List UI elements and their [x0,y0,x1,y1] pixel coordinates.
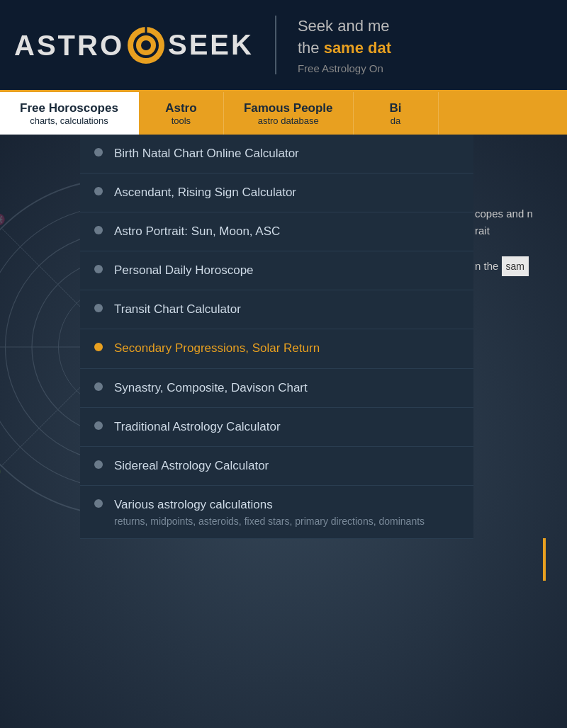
bullet-icon [94,499,103,508]
nav-famous-people[interactable]: Famous People astro database [224,92,354,135]
menu-item-transit-chart[interactable]: Transit Chart Calculator [80,290,473,329]
logo-seek: SEEK [168,29,254,61]
menu-item-label: Secondary Progressions, Solar Return [114,341,320,356]
menu-item-label: Sidereal Astrology Calculator [114,458,269,474]
nav-free-horoscopes[interactable]: Free Horoscopes charts, calculations [0,92,139,135]
nav-sub-horoscopes: charts, calculations [30,115,108,126]
right-line1: copes and n [475,205,567,222]
menu-item-label: Synastry, Composite, Davison Chart [114,380,308,396]
menu-item-astro-portrait[interactable]: Astro Portrait: Sun, Moon, ASC [80,212,473,251]
svg-text:♍: ♍ [0,465,1,478]
menu-item-ascendant[interactable]: Ascendant, Rising Sign Calculator [80,174,473,212]
logo-icon [126,25,166,65]
logo[interactable]: ASTRO SEEK [14,25,254,65]
bullet-active-icon [94,343,103,351]
menu-item-label: Traditional Astrology Calculator [114,419,281,435]
svg-text:♓: ♓ [0,213,6,226]
menu-item-traditional[interactable]: Traditional Astrology Calculator [80,408,473,447]
bullet-icon [94,460,103,469]
nav-label-famous: Famous People [244,101,333,115]
orange-accent-bar [543,538,546,581]
menu-item-birth-natal[interactable]: Birth Natal Chart Online Calculator [80,135,473,174]
nav-sub-birth: da [391,115,400,126]
header-subtitle: Free Astrology On [298,62,391,74]
menu-item-sublabel: returns, midpoints, asteroids, fixed sta… [114,516,425,527]
dropdown-menu: Birth Natal Chart Online Calculator Asce… [80,135,473,539]
menu-item-label: Ascendant, Rising Sign Calculator [114,185,296,200]
tagline-highlight: same dat [324,39,391,57]
bullet-icon [94,265,103,273]
tagline-text: Seek and me the same dat [298,16,391,59]
main-navbar: Free Horoscopes charts, calculations Ast… [0,92,567,135]
tagline-line2: the [298,39,324,57]
nav-label-horoscopes: Free Horoscopes [20,101,118,115]
nav-sub-astro: tools [172,115,191,126]
header-tagline: Seek and me the same dat Free Astrology … [275,16,391,74]
menu-item-various[interactable]: Various astrology calculations returns, … [80,486,473,539]
right-content-peek: copes and n rait n the sam [475,205,567,276]
bullet-icon [94,148,103,157]
menu-item-sidereal[interactable]: Sidereal Astrology Calculator [80,447,473,486]
bullet-icon [94,382,103,391]
right-line2: rait [475,222,567,239]
svg-point-2 [141,40,151,50]
bullet-icon [94,304,103,312]
same-date-box: sam [502,256,529,276]
nav-label-astro: Astro [165,101,196,115]
menu-item-synastry[interactable]: Synastry, Composite, Davison Chart [80,369,473,408]
menu-item-label: Astro Portrait: Sun, Moon, ASC [114,224,280,239]
right-line3: n the sam [475,254,567,276]
bullet-icon [94,187,103,195]
nav-astro-tools[interactable]: Astro tools [139,92,224,135]
menu-item-label: Transit Chart Calculator [114,302,241,317]
content-area: ♈ ♎ ♋ ♑ ♓ ♊ ♍ ♐ Birth Natal Chart Online… [0,135,567,728]
nav-sub-famous: astro database [258,115,319,126]
menu-item-daily-horoscope[interactable]: Personal Daily Horoscope [80,251,473,290]
logo-text: ASTRO [14,28,124,62]
bullet-icon [94,421,103,430]
menu-item-label: Birth Natal Chart Online Calculator [114,146,299,161]
menu-item-label: Various astrology calculations [114,497,425,513]
nav-label-birth: Bi [390,101,402,115]
menu-item-progressions[interactable]: Secondary Progressions, Solar Return [80,329,473,368]
bullet-icon [94,226,103,234]
menu-item-label: Personal Daily Horoscope [114,263,254,278]
tagline-line1: Seek and me [298,17,390,35]
logo-astro: ASTRO [14,30,124,61]
nav-birth[interactable]: Bi da [354,92,439,135]
site-header: ASTRO SEEK Seek and me the same dat Free… [0,0,567,92]
